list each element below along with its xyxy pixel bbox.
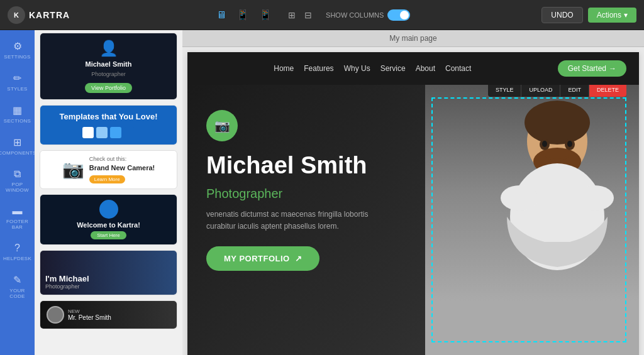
template-card-welcome[interactable]: Welcome to Kartra! Start Here xyxy=(40,194,177,245)
sidebar-item-settings[interactable]: ⚙ SETTINGS xyxy=(0,35,35,65)
device-icons: 🖥 📱 📱 xyxy=(214,6,274,23)
grid-icon-1[interactable]: ⊞ xyxy=(286,8,298,23)
helpdesk-icon: ? xyxy=(14,243,20,254)
nav-item-contact[interactable]: Contact xyxy=(445,64,471,73)
canvas-area[interactable]: My main page Home Features Why Us Servic… xyxy=(182,30,644,355)
site-nav: Home Features Why Us Service About Conta… xyxy=(187,52,639,85)
show-columns-area: SHOW COLUMNS xyxy=(326,9,410,21)
hero-section: 📷 Michael Smith Photographer venenatis d… xyxy=(187,85,639,355)
logo-area: K KARTRA xyxy=(8,6,70,24)
template-card-camera[interactable]: 📷 Check out this: Brand New Camera! Lear… xyxy=(40,150,177,189)
hero-title: Photographer xyxy=(206,187,406,201)
logo-text: KARTRA xyxy=(29,10,70,20)
show-columns-label: SHOW COLUMNS xyxy=(326,11,384,19)
left-sidebar: ⚙ SETTINGS ✏ STYLES ▦ SECTIONS ⊞ COMPONE… xyxy=(0,30,35,355)
template-card-profile[interactable]: 👤 Michael Smith Photographer View Portfo… xyxy=(40,33,177,100)
template-card-welcome-heading: Welcome to Kartra! xyxy=(77,221,140,229)
template-card-peter-photo xyxy=(47,306,64,324)
top-toolbar: K KARTRA 🖥 📱 📱 ⊞ ⊟ SHOW COLUMNS UNDO Act… xyxy=(0,0,644,30)
sidebar-item-helpdesk[interactable]: ? HELPDESK xyxy=(0,238,35,266)
nav-items: Home Features Why Us Service About Conta… xyxy=(200,64,545,73)
template-card-subheading: Check out this: xyxy=(89,156,155,162)
nav-item-whyus[interactable]: Why Us xyxy=(344,64,370,73)
style-button[interactable]: 🖌 STYLE xyxy=(488,85,522,97)
nav-item-features[interactable]: Features xyxy=(304,64,333,73)
components-icon: ⊞ xyxy=(13,136,21,148)
upload-button[interactable]: ⬆ UPLOAD xyxy=(521,85,560,97)
actions-button[interactable]: Actions ▾ xyxy=(588,8,636,23)
your-code-icon: ✎ xyxy=(13,274,21,286)
nav-cta-button[interactable]: Get Started → xyxy=(558,60,626,77)
grid-icons: ⊞ ⊟ xyxy=(286,8,314,23)
mobile-icon[interactable]: 📱 xyxy=(257,6,274,23)
sidebar-item-pop-window[interactable]: ⧉ POP WINDOW xyxy=(0,163,35,198)
grid-icon-2[interactable]: ⊟ xyxy=(302,8,314,23)
hero-portfolio-button[interactable]: MY PORTFOLIO ↗ xyxy=(206,246,319,271)
nav-item-service[interactable]: Service xyxy=(380,64,406,73)
pop-window-icon: ⧉ xyxy=(14,168,21,180)
template-card-bold-heading: Brand New Camera! xyxy=(89,164,155,172)
template-card-peter-name: Mr. Peter Smith xyxy=(68,314,111,321)
template-card-logo xyxy=(99,200,118,219)
undo-button[interactable]: UNDO xyxy=(541,7,582,23)
template-card-name: Michael Smith xyxy=(86,60,132,68)
footer-bar-icon: ▬ xyxy=(13,205,23,217)
nav-item-about[interactable]: About xyxy=(416,64,435,73)
hero-left: 📷 Michael Smith Photographer venenatis d… xyxy=(187,85,425,355)
template-panel: 👤 Michael Smith Photographer View Portfo… xyxy=(35,30,182,355)
template-card-michael[interactable]: I'm Michael Photographer xyxy=(40,250,177,295)
template-card-camera-icon: 📷 xyxy=(62,159,84,180)
desktop-icon[interactable]: 🖥 xyxy=(214,7,229,23)
hero-btn-arrow-icon: ↗ xyxy=(295,254,303,263)
styles-icon: ✏ xyxy=(13,72,21,84)
template-card-heading: Templates that You Love! xyxy=(59,112,157,122)
actions-chevron-icon: ▾ xyxy=(624,11,628,19)
edit-button[interactable]: ✏ EDIT xyxy=(560,85,589,97)
toggle-knob xyxy=(400,11,409,19)
show-columns-toggle[interactable] xyxy=(387,9,410,21)
nav-item-home[interactable]: Home xyxy=(274,64,294,73)
sidebar-item-your-code[interactable]: ✎ YOUR CODE xyxy=(0,269,35,304)
hero-name: Michael Smith xyxy=(206,153,406,179)
settings-icon: ⚙ xyxy=(13,40,22,52)
hero-camera-icon: 📷 xyxy=(206,110,238,141)
template-card-peter[interactable]: NEW Mr. Peter Smith xyxy=(40,300,177,329)
cta-arrow-icon: → xyxy=(609,64,616,73)
sidebar-item-components[interactable]: ⊞ COMPONENTS xyxy=(0,131,35,161)
delete-button[interactable]: ✕ DELETE xyxy=(589,85,626,97)
main-layout: ⚙ SETTINGS ✏ STYLES ▦ SECTIONS ⊞ COMPONE… xyxy=(0,30,644,355)
selection-toolbar: 🖌 STYLE ⬆ UPLOAD ✏ EDIT xyxy=(488,85,626,97)
sidebar-item-footer-bar[interactable]: ▬ FOOTER BAR xyxy=(0,200,35,235)
template-card-cta: View Portfolio xyxy=(85,83,132,93)
sidebar-item-sections[interactable]: ▦ SECTIONS xyxy=(0,99,35,129)
hero-right: 🖌 STYLE ⬆ UPLOAD ✏ EDIT xyxy=(425,85,639,355)
toolbar-right: UNDO Actions ▾ xyxy=(541,7,636,23)
template-card-templates[interactable]: Templates that You Love! xyxy=(40,105,177,145)
page-tab-bar: My main page xyxy=(182,30,644,47)
selection-box: 🖌 STYLE ⬆ UPLOAD ✏ EDIT xyxy=(431,97,626,342)
hero-description: venenatis dictumst ac maecenas fringilla… xyxy=(206,209,370,232)
logo-icon: K xyxy=(8,6,25,24)
template-card-role: Photographer xyxy=(91,71,126,77)
template-card-michael-heading: I'm Michael xyxy=(45,274,172,283)
canvas-frame: Home Features Why Us Service About Conta… xyxy=(187,52,639,355)
sidebar-item-styles[interactable]: ✏ STYLES xyxy=(0,67,35,97)
tablet-icon[interactable]: 📱 xyxy=(234,6,252,23)
sections-icon: ▦ xyxy=(13,104,22,116)
template-card-person-icon: 👤 xyxy=(99,40,118,57)
